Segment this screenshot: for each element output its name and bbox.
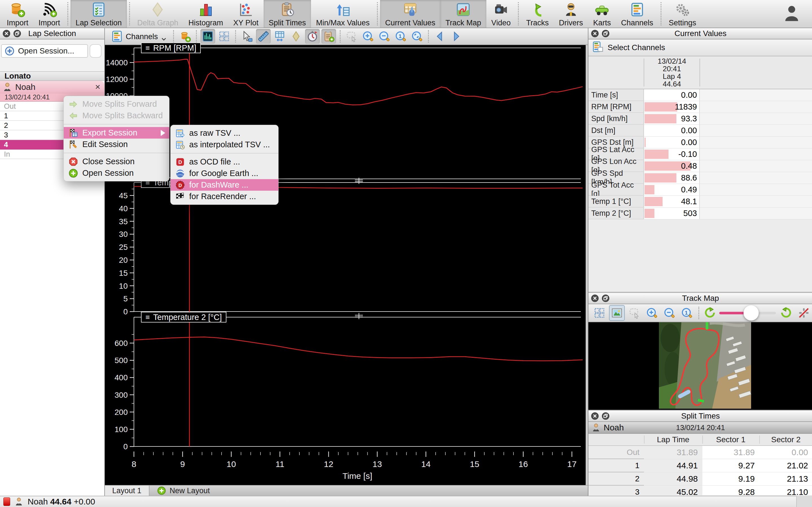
driver-session-tab[interactable]: Noah × [0, 81, 104, 93]
toolbar-button-min-max-values[interactable]: Min/Max Values [311, 0, 375, 27]
menu-item-close-session[interactable]: Close Session [64, 156, 169, 167]
toolbar-button-track-map[interactable]: Track Map [441, 0, 486, 27]
measure-tool-button[interactable] [256, 29, 271, 44]
cursor-tool-button[interactable] [240, 29, 254, 44]
nav-right-button[interactable] [449, 29, 463, 44]
rotate-ccw-button[interactable] [703, 305, 717, 321]
toolbar-button-import[interactable]: Import [2, 0, 34, 27]
new-layout-button[interactable]: New Layout [149, 486, 217, 496]
menu-item-move-splits-forward[interactable]: Move Splits Forward [64, 98, 169, 110]
menu-item-open-session[interactable]: Open Session [64, 167, 169, 179]
zoom-out-button[interactable] [377, 29, 392, 44]
zoom-out-button[interactable] [661, 305, 677, 321]
channels-dropdown-button[interactable]: Channels [108, 29, 170, 44]
no-rotate-button[interactable] [796, 305, 812, 321]
close-panel-icon[interactable] [2, 29, 11, 38]
grid-view-button[interactable] [217, 29, 232, 44]
status-driver: Noah [28, 497, 48, 506]
temp2-chart-title[interactable]: ≡ Temperature 2 [°C] [141, 312, 226, 323]
right-dock: Current Values Select Channels 13/02/142… [588, 28, 812, 496]
st-row-out[interactable]: Out31.8931.890.00 [589, 446, 812, 459]
menu-item-as-raw-tsv[interactable]: as raw TSV ... [170, 127, 278, 139]
session-filter-box[interactable] [90, 44, 101, 58]
clipboard-add-button[interactable] [321, 29, 336, 44]
zoom-one-button[interactable]: 1 [679, 305, 695, 321]
toolbar-button-current-values[interactable]: Current Values [380, 0, 441, 27]
undock-panel-icon[interactable] [601, 29, 610, 38]
window-resize-grip[interactable] [796, 496, 812, 507]
charts-canvas[interactable]: 1400012000100008000600040002000454035302… [105, 45, 588, 485]
lasso-button[interactable] [344, 29, 359, 44]
select-channels-button[interactable]: Select Channels [589, 40, 812, 56]
open-session-row: Open Session... [0, 40, 104, 72]
toolbar-button-settings[interactable]: Settings [664, 0, 702, 27]
menu-item-for-google-earth[interactable]: for Google Earth ... [170, 168, 278, 179]
tab-layout-1[interactable]: Layout 1 [105, 486, 149, 496]
menu-item-for-dashware[interactable]: Dfor DashWare ... [170, 179, 278, 191]
st-row-3[interactable]: 345.029.2821.10 [589, 486, 812, 495]
add-data-button[interactable] [177, 29, 192, 44]
svg-text:20: 20 [119, 256, 128, 265]
toolbar-button-channels[interactable]: Channels [616, 0, 658, 27]
zoom-fit-button[interactable] [410, 29, 424, 44]
undock-panel-icon[interactable] [13, 29, 21, 38]
diamond-tool-button[interactable] [289, 29, 303, 44]
plus-icon [157, 486, 166, 496]
rpm-chart-title[interactable]: ≡ RPM [RPM] [141, 43, 201, 53]
menu-divider [64, 153, 169, 153]
stopwatch-button[interactable] [305, 29, 320, 44]
st-row-1[interactable]: 144.919.2721.02 [589, 459, 812, 472]
zoom-in-button[interactable] [644, 305, 660, 321]
close-panel-icon[interactable] [591, 29, 599, 38]
session-color-swatch [3, 497, 10, 506]
toolbar-button-split-times[interactable]: Split Times [264, 0, 311, 27]
toolbar-button-import[interactable]: Import [34, 0, 65, 27]
open-session-button[interactable]: Open Session... [1, 44, 88, 58]
toolbar-button-histogram[interactable]: Histogram [183, 0, 228, 27]
zoom-in-button[interactable] [361, 29, 375, 44]
track-group-header[interactable]: Lonato [0, 72, 104, 81]
slider-thumb[interactable] [744, 305, 759, 321]
toolbar-button-tracks[interactable]: Tracks [521, 0, 554, 27]
toolbar-separator [340, 30, 341, 43]
chart-view-button[interactable] [200, 29, 215, 44]
chart-scrollbar[interactable] [586, 45, 588, 485]
nav-left-button[interactable] [433, 29, 447, 44]
map-opacity-slider[interactable] [719, 305, 776, 321]
track-map-view[interactable] [589, 322, 812, 410]
track-map-toolbar: 1 [589, 304, 812, 322]
drag-handle-icon[interactable]: ≡ [146, 313, 150, 322]
toolbar-button-xy-plot[interactable]: XY Plot [228, 0, 264, 27]
svg-text:15: 15 [470, 459, 479, 469]
menu-item-edit-session[interactable]: Edit Session [64, 138, 169, 150]
lasso-button[interactable] [626, 305, 642, 321]
video-icon [493, 2, 509, 17]
menu-item-export-session[interactable]: Export Session [64, 127, 169, 138]
close-session-icon[interactable]: × [95, 82, 100, 92]
zoom-one-button[interactable]: 1 [393, 29, 408, 44]
undock-panel-icon[interactable] [601, 412, 610, 420]
close-panel-icon[interactable] [591, 412, 599, 420]
st-row-2[interactable]: 244.989.1921.13 [589, 472, 812, 486]
menu-divider [64, 124, 169, 124]
toolbar-button-drivers[interactable]: Drivers [554, 0, 588, 27]
rotate-cw-button[interactable] [778, 305, 794, 321]
export-session-submenu: as raw TSV ...as interpolated TSV ...Das… [170, 125, 278, 205]
toolbar-button-karts[interactable]: Karts [588, 0, 616, 27]
menu-item-as-ocd-file[interactable]: Das OCD file ... [170, 156, 278, 168]
user-silhouette-icon[interactable] [783, 2, 801, 25]
svg-text:25: 25 [119, 243, 128, 251]
menu-item-for-racerender[interactable]: for RaceRender ... [170, 191, 278, 202]
menu-item-move-splits-backward[interactable]: Move Splits Backward [64, 110, 169, 121]
image-view-button[interactable] [609, 305, 625, 321]
table-export-button[interactable] [272, 29, 287, 44]
svg-text:1: 1 [685, 310, 688, 316]
undock-panel-icon[interactable] [601, 294, 610, 302]
toolbar-button-video[interactable]: Video [486, 0, 516, 27]
close-panel-icon[interactable] [591, 294, 599, 302]
grid-view-button[interactable] [592, 305, 607, 321]
drag-handle-icon[interactable]: ≡ [146, 44, 150, 52]
toolbar-button-delta-graph[interactable]: Delta Graph [132, 0, 184, 27]
toolbar-button-lap-selection[interactable]: Lap Selection [70, 0, 127, 27]
menu-item-as-interpolated-tsv[interactable]: as interpolated TSV ... [170, 139, 278, 151]
